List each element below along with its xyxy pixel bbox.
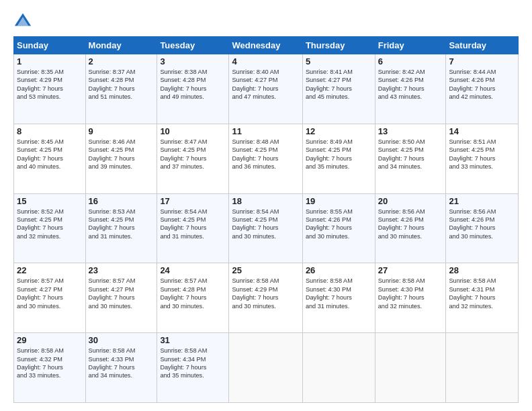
day-number: 19 bbox=[306, 196, 372, 206]
calendar-cell: 19Sunrise: 8:55 AM Sunset: 4:26 PM Dayli… bbox=[302, 193, 375, 263]
cell-content: Sunrise: 8:40 AM Sunset: 4:27 PM Dayligh… bbox=[232, 68, 299, 101]
calendar-cell bbox=[375, 333, 446, 403]
calendar-cell: 6Sunrise: 8:42 AM Sunset: 4:26 PM Daylig… bbox=[375, 54, 446, 124]
cell-content: Sunrise: 8:52 AM Sunset: 4:25 PM Dayligh… bbox=[17, 208, 83, 241]
day-number: 25 bbox=[232, 265, 299, 275]
cell-content: Sunrise: 8:42 AM Sunset: 4:26 PM Dayligh… bbox=[378, 68, 443, 101]
calendar-cell: 8Sunrise: 8:45 AM Sunset: 4:25 PM Daylig… bbox=[14, 124, 86, 193]
calendar-body: 1Sunrise: 8:35 AM Sunset: 4:29 PM Daylig… bbox=[14, 54, 519, 403]
day-number: 11 bbox=[232, 126, 299, 136]
weekday-header-friday: Friday bbox=[375, 37, 446, 54]
cell-content: Sunrise: 8:51 AM Sunset: 4:25 PM Dayligh… bbox=[449, 138, 515, 171]
day-number: 10 bbox=[160, 126, 226, 136]
calendar-cell bbox=[302, 333, 375, 403]
cell-content: Sunrise: 8:50 AM Sunset: 4:25 PM Dayligh… bbox=[378, 138, 443, 171]
day-number: 5 bbox=[306, 56, 372, 66]
calendar-cell: 5Sunrise: 8:41 AM Sunset: 4:27 PM Daylig… bbox=[302, 54, 375, 124]
calendar-cell: 15Sunrise: 8:52 AM Sunset: 4:25 PM Dayli… bbox=[14, 193, 86, 263]
weekday-header-monday: Monday bbox=[85, 37, 157, 54]
day-number: 3 bbox=[160, 56, 226, 66]
cell-content: Sunrise: 8:58 AM Sunset: 4:33 PM Dayligh… bbox=[89, 347, 154, 380]
cell-content: Sunrise: 8:55 AM Sunset: 4:26 PM Dayligh… bbox=[306, 208, 372, 241]
weekday-header-thursday: Thursday bbox=[302, 37, 375, 54]
cell-content: Sunrise: 8:54 AM Sunset: 4:25 PM Dayligh… bbox=[232, 208, 299, 241]
logo-icon bbox=[13, 11, 32, 30]
day-number: 2 bbox=[89, 56, 154, 66]
cell-content: Sunrise: 8:46 AM Sunset: 4:25 PM Dayligh… bbox=[89, 138, 154, 171]
calendar-cell: 7Sunrise: 8:44 AM Sunset: 4:26 PM Daylig… bbox=[446, 54, 519, 124]
calendar-cell: 2Sunrise: 8:37 AM Sunset: 4:28 PM Daylig… bbox=[85, 54, 157, 124]
cell-content: Sunrise: 8:56 AM Sunset: 4:26 PM Dayligh… bbox=[378, 208, 443, 241]
day-number: 30 bbox=[89, 335, 154, 345]
cell-content: Sunrise: 8:44 AM Sunset: 4:26 PM Dayligh… bbox=[449, 68, 515, 101]
weekday-header-sunday: Sunday bbox=[14, 37, 86, 54]
day-number: 12 bbox=[306, 126, 372, 136]
calendar-cell: 9Sunrise: 8:46 AM Sunset: 4:25 PM Daylig… bbox=[85, 124, 157, 193]
calendar-cell: 14Sunrise: 8:51 AM Sunset: 4:25 PM Dayli… bbox=[446, 124, 519, 193]
cell-content: Sunrise: 8:58 AM Sunset: 4:31 PM Dayligh… bbox=[449, 277, 515, 310]
calendar-table: SundayMondayTuesdayWednesdayThursdayFrid… bbox=[13, 36, 519, 403]
day-number: 31 bbox=[160, 335, 226, 345]
cell-content: Sunrise: 8:57 AM Sunset: 4:28 PM Dayligh… bbox=[160, 277, 226, 310]
cell-content: Sunrise: 8:48 AM Sunset: 4:25 PM Dayligh… bbox=[232, 138, 299, 171]
cell-content: Sunrise: 8:58 AM Sunset: 4:34 PM Dayligh… bbox=[160, 347, 226, 380]
day-number: 15 bbox=[17, 196, 83, 206]
calendar-week-2: 8Sunrise: 8:45 AM Sunset: 4:25 PM Daylig… bbox=[14, 124, 519, 193]
cell-content: Sunrise: 8:41 AM Sunset: 4:27 PM Dayligh… bbox=[306, 68, 372, 101]
calendar-cell: 16Sunrise: 8:53 AM Sunset: 4:25 PM Dayli… bbox=[85, 193, 157, 263]
day-number: 17 bbox=[160, 196, 226, 206]
calendar-cell: 3Sunrise: 8:38 AM Sunset: 4:28 PM Daylig… bbox=[157, 54, 229, 124]
day-number: 23 bbox=[89, 265, 154, 275]
calendar-cell bbox=[446, 333, 519, 403]
calendar-cell: 28Sunrise: 8:58 AM Sunset: 4:31 PM Dayli… bbox=[446, 263, 519, 333]
day-number: 1 bbox=[17, 56, 83, 66]
calendar-cell: 10Sunrise: 8:47 AM Sunset: 4:25 PM Dayli… bbox=[157, 124, 229, 193]
day-number: 6 bbox=[378, 56, 443, 66]
calendar-cell bbox=[229, 333, 302, 403]
calendar-cell: 23Sunrise: 8:57 AM Sunset: 4:27 PM Dayli… bbox=[85, 263, 157, 333]
cell-content: Sunrise: 8:49 AM Sunset: 4:25 PM Dayligh… bbox=[306, 138, 372, 171]
day-number: 7 bbox=[449, 56, 515, 66]
weekday-header-wednesday: Wednesday bbox=[229, 37, 302, 54]
calendar-cell: 22Sunrise: 8:57 AM Sunset: 4:27 PM Dayli… bbox=[14, 263, 86, 333]
cell-content: Sunrise: 8:54 AM Sunset: 4:25 PM Dayligh… bbox=[160, 208, 226, 241]
calendar-cell: 29Sunrise: 8:58 AM Sunset: 4:32 PM Dayli… bbox=[14, 333, 86, 403]
day-number: 13 bbox=[378, 126, 443, 136]
calendar-cell: 18Sunrise: 8:54 AM Sunset: 4:25 PM Dayli… bbox=[229, 193, 302, 263]
page-header bbox=[13, 11, 519, 30]
day-number: 18 bbox=[232, 196, 299, 206]
calendar-cell: 24Sunrise: 8:57 AM Sunset: 4:28 PM Dayli… bbox=[157, 263, 229, 333]
calendar-week-5: 29Sunrise: 8:58 AM Sunset: 4:32 PM Dayli… bbox=[14, 333, 519, 403]
day-number: 24 bbox=[160, 265, 226, 275]
day-number: 20 bbox=[378, 196, 443, 206]
cell-content: Sunrise: 8:53 AM Sunset: 4:25 PM Dayligh… bbox=[89, 208, 154, 241]
calendar-cell: 21Sunrise: 8:56 AM Sunset: 4:26 PM Dayli… bbox=[446, 193, 519, 263]
calendar-cell: 20Sunrise: 8:56 AM Sunset: 4:26 PM Dayli… bbox=[375, 193, 446, 263]
day-number: 16 bbox=[89, 196, 154, 206]
calendar-cell: 31Sunrise: 8:58 AM Sunset: 4:34 PM Dayli… bbox=[157, 333, 229, 403]
calendar-cell: 11Sunrise: 8:48 AM Sunset: 4:25 PM Dayli… bbox=[229, 124, 302, 193]
cell-content: Sunrise: 8:35 AM Sunset: 4:29 PM Dayligh… bbox=[17, 68, 83, 101]
day-number: 22 bbox=[17, 265, 83, 275]
cell-content: Sunrise: 8:56 AM Sunset: 4:26 PM Dayligh… bbox=[449, 208, 515, 241]
calendar-cell: 25Sunrise: 8:58 AM Sunset: 4:29 PM Dayli… bbox=[229, 263, 302, 333]
cell-content: Sunrise: 8:58 AM Sunset: 4:30 PM Dayligh… bbox=[306, 277, 372, 310]
calendar-cell: 17Sunrise: 8:54 AM Sunset: 4:25 PM Dayli… bbox=[157, 193, 229, 263]
weekday-header-saturday: Saturday bbox=[446, 37, 519, 54]
cell-content: Sunrise: 8:45 AM Sunset: 4:25 PM Dayligh… bbox=[17, 138, 83, 171]
calendar-cell: 30Sunrise: 8:58 AM Sunset: 4:33 PM Dayli… bbox=[85, 333, 157, 403]
calendar-page: SundayMondayTuesdayWednesdayThursdayFrid… bbox=[0, 0, 532, 411]
day-number: 14 bbox=[449, 126, 515, 136]
cell-content: Sunrise: 8:57 AM Sunset: 4:27 PM Dayligh… bbox=[89, 277, 154, 310]
cell-content: Sunrise: 8:58 AM Sunset: 4:29 PM Dayligh… bbox=[232, 277, 299, 310]
calendar-cell: 1Sunrise: 8:35 AM Sunset: 4:29 PM Daylig… bbox=[14, 54, 86, 124]
cell-content: Sunrise: 8:58 AM Sunset: 4:30 PM Dayligh… bbox=[378, 277, 443, 310]
day-number: 21 bbox=[449, 196, 515, 206]
day-number: 26 bbox=[306, 265, 372, 275]
calendar-cell: 26Sunrise: 8:58 AM Sunset: 4:30 PM Dayli… bbox=[302, 263, 375, 333]
calendar-cell: 13Sunrise: 8:50 AM Sunset: 4:25 PM Dayli… bbox=[375, 124, 446, 193]
day-number: 4 bbox=[232, 56, 299, 66]
calendar-cell: 12Sunrise: 8:49 AM Sunset: 4:25 PM Dayli… bbox=[302, 124, 375, 193]
cell-content: Sunrise: 8:37 AM Sunset: 4:28 PM Dayligh… bbox=[89, 68, 154, 101]
cell-content: Sunrise: 8:47 AM Sunset: 4:25 PM Dayligh… bbox=[160, 138, 226, 171]
